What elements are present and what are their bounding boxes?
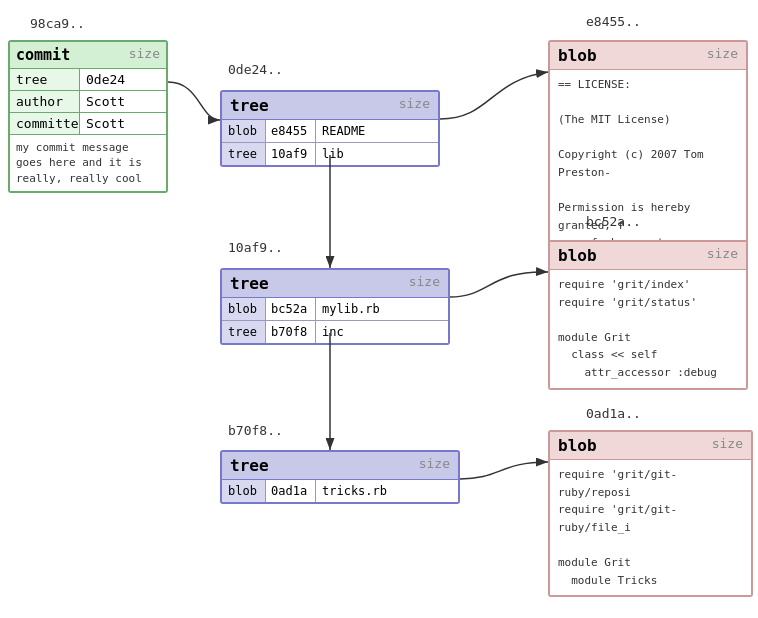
- commit-row-author-key: author: [10, 91, 80, 112]
- diagram: 98ca9.. commit size tree 0de24 author Sc…: [0, 0, 758, 618]
- commit-row-author-val: Scott: [80, 91, 131, 112]
- tree1-row-1: tree 10af9 lib: [222, 143, 438, 165]
- tree3-label: b70f8..: [228, 423, 283, 438]
- tree3-size: size: [411, 452, 458, 479]
- commit-label: 98ca9..: [30, 16, 85, 31]
- tree1-box: tree size blob e8455 README tree 10af9 l…: [220, 90, 440, 167]
- tree2-label: 10af9..: [228, 240, 283, 255]
- tree2-size: size: [401, 270, 448, 297]
- commit-row-committer-val: Scott: [80, 113, 131, 134]
- commit-row-author: author Scott: [10, 91, 166, 113]
- blob2-label: bc52a..: [586, 214, 641, 229]
- commit-row-tree: tree 0de24: [10, 69, 166, 91]
- blob3-title: blob: [550, 432, 704, 459]
- commit-message: my commit message goes here and it is re…: [10, 135, 166, 191]
- tree1-title: tree: [222, 92, 391, 119]
- blob1-title: blob: [550, 42, 699, 69]
- tree3-box: tree size blob 0ad1a tricks.rb: [220, 450, 460, 504]
- tree1-label: 0de24..: [228, 62, 283, 77]
- commit-box: commit size tree 0de24 author Scott comm…: [8, 40, 168, 193]
- blob3-content: require 'grit/git-ruby/reposirequire 'gr…: [550, 460, 751, 595]
- commit-row-committer: committer Scott: [10, 113, 166, 135]
- commit-size: size: [123, 42, 166, 68]
- blob1-label: e8455..: [586, 14, 641, 29]
- commit-row-committer-key: committer: [10, 113, 80, 134]
- tree2-row-0: blob bc52a mylib.rb: [222, 298, 448, 321]
- tree1-size: size: [391, 92, 438, 119]
- commit-row-tree-val: 0de24: [80, 69, 131, 90]
- tree2-box: tree size blob bc52a mylib.rb tree b70f8…: [220, 268, 450, 345]
- tree2-title: tree: [222, 270, 401, 297]
- blob3-size: size: [704, 432, 751, 459]
- blob1-size: size: [699, 42, 746, 69]
- blob2-size: size: [699, 242, 746, 269]
- blob3-label: 0ad1a..: [586, 406, 641, 421]
- commit-title: commit: [10, 42, 123, 68]
- blob3-box: blob size require 'grit/git-ruby/reposir…: [548, 430, 753, 597]
- tree3-row-0: blob 0ad1a tricks.rb: [222, 480, 458, 502]
- tree3-title: tree: [222, 452, 411, 479]
- commit-row-tree-key: tree: [10, 69, 80, 90]
- blob2-title: blob: [550, 242, 699, 269]
- tree1-row-0: blob e8455 README: [222, 120, 438, 143]
- tree2-row-1: tree b70f8 inc: [222, 321, 448, 343]
- blob2-content: require 'grit/index'require 'grit/status…: [550, 270, 746, 388]
- blob2-box: blob size require 'grit/index'require 'g…: [548, 240, 748, 390]
